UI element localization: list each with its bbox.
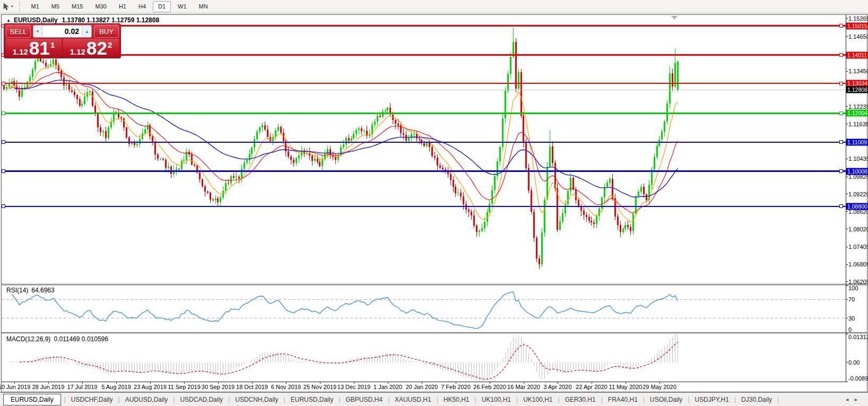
tabs-scroll-left-icon[interactable]: ◄ xyxy=(845,397,854,402)
rsi-scale-label: 30 xyxy=(848,315,855,322)
date-label: 30 Sep 2019 xyxy=(202,384,235,390)
tab-separator: | xyxy=(388,396,389,403)
volume-increase-button[interactable]: ▲ xyxy=(82,25,91,37)
price-tag: 1.12808 xyxy=(846,87,868,93)
tabs-scroll-right-icon[interactable]: ► xyxy=(854,397,863,402)
timeframe-button-m5[interactable]: M5 xyxy=(46,1,65,12)
tab-scroll-arrows: ◄► xyxy=(845,397,863,402)
chart-tab-fra40-h1[interactable]: FRA40,H1 xyxy=(606,394,640,405)
rsi-indicator-label: RSI(14)64.6963 xyxy=(6,287,55,294)
macd-scale-label: -0.00893 xyxy=(848,375,868,382)
price-axis-label: 1.09220 xyxy=(848,191,868,197)
date-label: 16 Mar 2020 xyxy=(507,384,540,390)
tab-separator: | xyxy=(558,396,560,403)
price-axis-label: 1.12235 xyxy=(848,103,868,110)
chart-tab-hk50-h1[interactable]: HK50,H1 xyxy=(441,394,472,405)
buy-price-display[interactable]: 1.12822 xyxy=(63,39,119,58)
tab-separator: | xyxy=(688,396,689,403)
date-label: 11 May 2020 xyxy=(609,384,643,390)
macd-scale-label: 0.00 xyxy=(848,359,860,366)
price-tag: 1.08800 xyxy=(846,203,868,210)
tab-separator: | xyxy=(64,396,66,403)
macd-indicator-label: MACD(12,26,9)0.011469 0.010596 xyxy=(6,335,108,343)
date-label: 3 Apr 2020 xyxy=(543,384,571,390)
one-click-trading-panel: SELL ▼ 0.02 ▲ BUY 1.12811 1.12822 xyxy=(4,23,121,58)
chart-tab-gbpusd-h4[interactable]: GBPUSD,H4 xyxy=(344,394,385,405)
date-label: 29 May 2020 xyxy=(643,384,676,390)
price-axis-label: 1.11635 xyxy=(848,121,868,127)
chart-tab-dj30-daily[interactable]: DJ30,Daily xyxy=(739,394,774,405)
tab-separator: | xyxy=(601,396,603,403)
rsi-scale-label: 100 xyxy=(848,285,858,291)
tab-separator: | xyxy=(516,396,518,403)
price-axis-label: 1.10435 xyxy=(848,156,868,162)
date-label: 5 Aug 2019 xyxy=(101,384,131,390)
price-axis-label: 1.14650 xyxy=(848,33,868,40)
price-tag: 1.14011 xyxy=(846,51,868,58)
timeframe-toolbar: ▾ M1M5M15M30H1H4D1W1MN xyxy=(0,0,868,13)
timeframe-button-mn[interactable]: MN xyxy=(194,1,213,12)
sell-price-display[interactable]: 1.12811 xyxy=(6,39,62,58)
chart-tab-audusd-daily[interactable]: AUDUSD,Daily xyxy=(123,394,170,405)
chart-canvas[interactable] xyxy=(0,0,868,406)
date-label: 1 Jan 2020 xyxy=(374,384,402,390)
pointer-tool-icon xyxy=(3,3,10,11)
timeframe-button-h1[interactable]: H1 xyxy=(114,1,132,12)
date-label: 18 Oct 2019 xyxy=(236,384,268,390)
macd-scale-label: 0.013121 xyxy=(848,334,868,340)
timeframe-button-w1[interactable]: W1 xyxy=(172,1,192,12)
pointer-tool-button[interactable]: ▾ xyxy=(1,1,15,12)
price-axis-label: 1.07405 xyxy=(848,244,868,250)
volume-input[interactable]: 0.02 xyxy=(42,25,82,37)
buy-button[interactable]: BUY xyxy=(94,25,119,38)
tab-separator: | xyxy=(475,396,476,403)
price-tag: 1.12004 xyxy=(846,110,868,117)
date-label: 20 Jan 2020 xyxy=(406,384,438,390)
trading-terminal: ▾ M1M5M15M30H1H4D1W1MN ▲EURUSD,Daily1.13… xyxy=(0,0,868,406)
date-label: 23 Aug 2019 xyxy=(134,384,167,390)
timeframe-buttons: M1M5M15M30H1H4D1W1MN xyxy=(26,1,215,12)
chart-tab-usdcnh-daily[interactable]: USDCNH,Daily xyxy=(233,394,280,405)
chart-tab-uk100-h1[interactable]: UK100,H1 xyxy=(480,394,513,405)
tab-separator: | xyxy=(228,396,230,403)
chart-tab-usoil-daily[interactable]: USOil,Daily xyxy=(648,394,684,405)
chart-tab-eurusd-daily[interactable]: EURUSD,Daily xyxy=(289,394,336,405)
rsi-scale-label: 0 xyxy=(848,326,852,333)
tab-separator: | xyxy=(437,396,438,403)
chart-ohlc-values: 1.13780 1.13827 1.12759 1.12808 xyxy=(62,16,160,24)
timeframe-button-m15[interactable]: M15 xyxy=(66,1,88,12)
date-label: 11 Sep 2019 xyxy=(168,384,201,390)
price-axis-label: 1.15265 xyxy=(848,15,868,22)
chart-tab-xauusd-h1[interactable]: XAUUSD,H1 xyxy=(393,394,433,405)
chart-tab-eurusd-daily[interactable]: EURUSD,Daily xyxy=(3,394,61,405)
date-label: 22 Apr 2020 xyxy=(576,384,607,390)
chart-tab-ger30-h1[interactable]: GER30,H1 xyxy=(563,394,598,405)
chart-tab-bar: EURUSD,Daily|USDCHF,Daily|AUDUSD,Daily|U… xyxy=(0,392,868,406)
rsi-scale-label: 70 xyxy=(848,296,855,303)
chevron-down-icon: ▾ xyxy=(11,4,13,8)
date-label: 13 Dec 2019 xyxy=(337,384,370,390)
date-label: 10 Jun 2019 xyxy=(0,384,30,390)
sell-button[interactable]: SELL xyxy=(6,25,31,38)
price-axis-label: 1.13450 xyxy=(848,68,868,74)
chart-tab-usdcad-daily[interactable]: USDCAD,Daily xyxy=(178,394,225,405)
volume-decrease-button[interactable]: ▼ xyxy=(33,25,42,37)
price-axis-label: 1.08020 xyxy=(848,226,868,232)
price-axis-label: 1.06205 xyxy=(848,279,868,285)
timeframe-button-h4[interactable]: H4 xyxy=(133,1,151,12)
tab-separator: | xyxy=(284,396,285,403)
timeframe-button-m30[interactable]: M30 xyxy=(90,1,111,12)
toolbar-grip-handle[interactable] xyxy=(19,2,23,11)
timeframe-button-d1[interactable]: D1 xyxy=(153,1,171,12)
tab-separator: | xyxy=(118,396,120,403)
price-tag: 1.15015 xyxy=(846,22,868,29)
tab-separator: | xyxy=(338,396,340,403)
chart-tab-uk100-h1[interactable]: UK100,H1 xyxy=(521,394,554,405)
chart-symbol-period: EURUSD,Daily xyxy=(14,16,58,24)
chart-tab-usdchf-daily[interactable]: USDCHF,Daily xyxy=(69,394,115,405)
volume-spinner: ▼ 0.02 ▲ xyxy=(33,25,92,38)
one-click-panel-toggle-icon[interactable]: ▲ xyxy=(6,18,11,23)
chart-tab-usdjpy-h1[interactable]: USDJPY,H1 xyxy=(692,394,731,405)
timeframe-button-m1[interactable]: M1 xyxy=(26,1,45,12)
date-label: 25 Nov 2019 xyxy=(303,384,336,390)
